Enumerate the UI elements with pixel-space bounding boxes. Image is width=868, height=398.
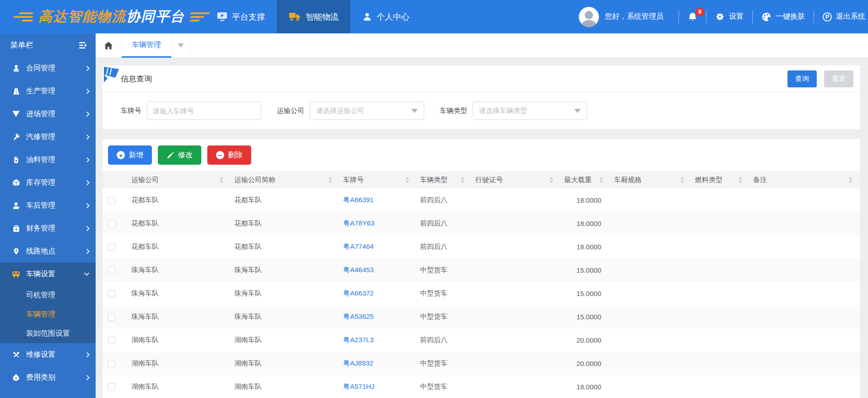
sidebar-item-routes[interactable]: 线路地点 [0, 240, 96, 263]
row-checkbox[interactable] [108, 267, 115, 274]
plate-link[interactable]: 粤A237L3 [336, 336, 413, 344]
avatar[interactable] [579, 7, 599, 27]
sidebar-item-aftermarket[interactable]: 车后管理 [0, 194, 96, 217]
sidebar-item-contract[interactable]: 合同管理 [0, 57, 96, 80]
plate-link[interactable]: 粤A53625 [336, 312, 413, 321]
sidebar-item-maintenance-settings[interactable]: 维修设置 [0, 343, 96, 366]
sort-icon[interactable] [550, 177, 553, 183]
sort-icon[interactable] [739, 177, 742, 183]
speed-lines-icon [14, 12, 33, 22]
table-row[interactable]: 花都车队 花都车队 粤A66391 前四后八 18.0000 [102, 188, 860, 212]
row-checkbox[interactable] [108, 197, 115, 204]
row-checkbox[interactable] [108, 360, 115, 367]
main-nav: 平台支撑 智能物流 个人中心 [205, 0, 421, 33]
home-icon [104, 41, 113, 50]
table-row[interactable]: 湖南车队 湖南车队 粤AJ8932 中型货车 20.0000 [102, 352, 860, 375]
nav-smart-logistics[interactable]: 智能物流 [277, 0, 350, 33]
plate-link[interactable]: 粤A78Y63 [336, 219, 413, 228]
sidebar-subitem-driver-management[interactable]: 司机管理 [0, 285, 96, 305]
query-panel: 信息查询 查询 重置 车牌号 运输公司 请选择运输公司 [102, 65, 860, 129]
sidebar: 菜单栏 合同管理 生产管理 进场管理 汽修管理 油料管理 [0, 33, 96, 398]
chevron-right-icon [86, 180, 90, 186]
collapse-menu-icon[interactable] [79, 42, 88, 49]
chevron-down-icon [411, 109, 418, 113]
reset-button[interactable]: 重置 [824, 70, 853, 87]
gear-icon [715, 12, 725, 22]
type-select[interactable]: 请选择车辆类型 [473, 102, 587, 120]
sort-icon[interactable] [461, 177, 464, 183]
table-row[interactable]: 湖南车队 湖南车队 粤A571HJ 中型货车 18.0000 [102, 375, 860, 398]
sidebar-item-finance[interactable]: ¥ 财务管理 [0, 217, 96, 240]
sidebar-item-entry[interactable]: 进场管理 [0, 102, 96, 125]
sidebar-item-auto-repair[interactable]: 汽修管理 [0, 125, 96, 148]
notifications-button[interactable]: 0 [688, 12, 697, 22]
plate-link[interactable]: 粤A66372 [336, 289, 413, 298]
chevron-right-icon [86, 65, 90, 71]
chevron-down-icon [84, 272, 90, 276]
row-checkbox[interactable] [108, 337, 115, 344]
row-checkbox[interactable] [108, 290, 115, 297]
add-button[interactable]: + 新增 [108, 145, 152, 165]
change-skin-button[interactable]: 一键换肤 [761, 12, 805, 22]
driver-person-icon [11, 201, 21, 210]
sidebar-subitem-loading-range[interactable]: 装卸范围设置 [0, 324, 96, 343]
search-button[interactable]: 查询 [787, 70, 817, 87]
chevron-right-icon [86, 134, 90, 140]
table-row[interactable]: 花都车队 花都车队 粤A77464 前四后八 18.0000 [102, 235, 860, 258]
sort-icon[interactable] [849, 177, 852, 183]
tab-bar: 车辆管理 [96, 33, 868, 58]
plate-link[interactable]: 粤A46453 [336, 266, 413, 274]
row-checkbox[interactable] [108, 383, 115, 391]
table-row[interactable]: 湖南车队 湖南车队 粤A237L3 前四后八 20.0000 [102, 328, 860, 352]
row-checkbox[interactable] [108, 220, 115, 227]
app-title: 高达智能物流协同平台 [38, 7, 185, 26]
edit-button[interactable]: 修改 [158, 145, 201, 165]
logout-button[interactable]: P 退出系统 [823, 12, 865, 22]
minus-circle-icon: − [216, 151, 224, 159]
delete-button[interactable]: − 删除 [207, 145, 251, 165]
triangle-down-icon [11, 110, 21, 118]
plate-link[interactable]: 粤AJ8932 [336, 359, 413, 368]
notification-badge: 0 [695, 8, 704, 16]
tab-dropdown-button[interactable] [172, 33, 190, 58]
table-row[interactable]: 花都车队 花都车队 粤A78Y63 前四后八 18.0000 [102, 212, 860, 235]
company-select[interactable]: 请选择运输公司 [310, 102, 424, 120]
plate-input[interactable] [147, 102, 261, 120]
nav-personal-center[interactable]: 个人中心 [350, 0, 421, 33]
table-toolbar: + 新增 修改 − 删除 [102, 145, 860, 171]
sort-icon[interactable] [599, 177, 603, 183]
sidebar-subitem-vehicle-management[interactable]: 车辆管理 [0, 305, 96, 324]
company-field: 运输公司 请选择运输公司 [277, 102, 424, 120]
sidebar-item-inventory[interactable]: 库存管理 [0, 171, 96, 194]
table-row[interactable]: 珠海车队 珠海车队 粤A66372 中型货车 15.0000 [102, 282, 860, 305]
sidebar-item-fuel[interactable]: 油料管理 [0, 148, 96, 171]
person-icon [362, 12, 372, 22]
oil-can-icon [11, 156, 21, 164]
sidebar-item-production[interactable]: 生产管理 [0, 80, 96, 102]
svg-text:¥: ¥ [15, 376, 17, 380]
sort-icon[interactable] [405, 177, 409, 183]
plate-link[interactable]: 粤A571HJ [336, 382, 413, 391]
monitor-play-icon [217, 11, 227, 22]
header-divider [679, 11, 679, 23]
table-row[interactable]: 珠海车队 珠海车队 粤A53625 中型货车 15.0000 [102, 305, 860, 328]
top-header: 高达智能物流协同平台 平台支撑 智能物流 个人中心 您好，系统管理员 [0, 0, 868, 33]
sort-icon[interactable] [680, 177, 684, 183]
plate-link[interactable]: 粤A77464 [336, 242, 413, 251]
settings-button[interactable]: 设置 [715, 12, 744, 22]
row-checkbox[interactable] [108, 313, 115, 321]
row-checkbox[interactable] [108, 243, 115, 251]
sort-icon[interactable] [220, 177, 223, 183]
chevron-down-icon [574, 109, 581, 113]
table-row[interactable]: 珠海车队 珠海车队 粤A46453 中型货车 15.0000 [102, 258, 860, 282]
nav-platform-support[interactable]: 平台支撑 [205, 0, 277, 33]
sidebar-item-expense-category[interactable]: ¥ 费用类别 [0, 366, 96, 389]
app-logo: 高达智能物流协同平台 [0, 0, 205, 33]
power-circle-icon: P [823, 12, 832, 22]
plate-link[interactable]: 粤A66391 [336, 196, 413, 204]
tab-vehicle-management[interactable]: 车辆管理 [122, 33, 172, 58]
bus-icon [11, 270, 21, 279]
sort-icon[interactable] [329, 177, 332, 183]
tab-home[interactable] [96, 33, 122, 58]
sidebar-item-vehicle-settings[interactable]: 车辆设置 [0, 263, 96, 285]
